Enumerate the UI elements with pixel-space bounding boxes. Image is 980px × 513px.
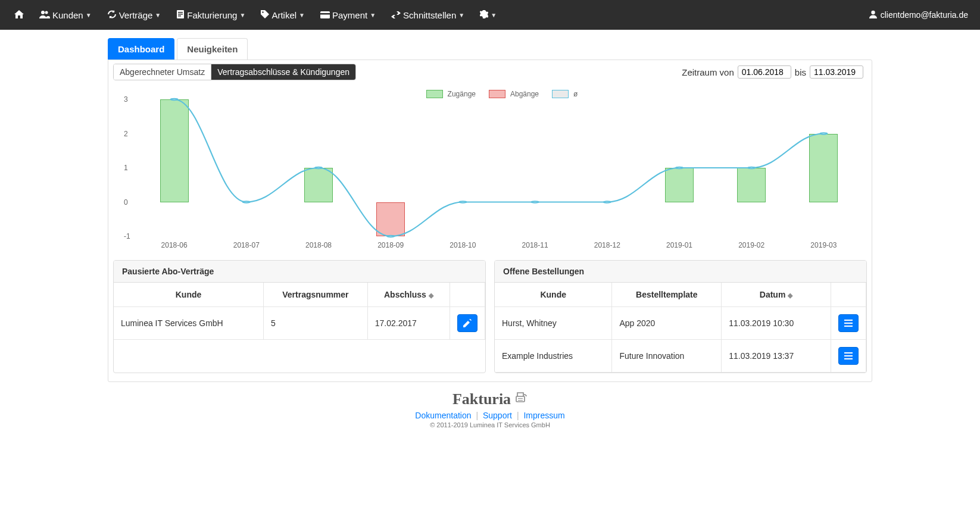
user-icon <box>869 10 877 20</box>
date-to-input[interactable] <box>810 65 863 79</box>
y-tick-label: 0 <box>124 198 128 207</box>
svg-point-9 <box>871 10 875 14</box>
svg-rect-8 <box>320 13 330 15</box>
details-button[interactable] <box>838 347 859 365</box>
nav-label: Artikel <box>271 10 297 20</box>
open-orders-card: Offene Bestellungen Kunde Bestelltemplat… <box>494 260 867 373</box>
col-kunde[interactable]: Kunde <box>114 283 264 307</box>
tab-neuigkeiten[interactable]: Neuigkeiten <box>177 38 248 60</box>
x-tick-label: 2018-12 <box>594 241 620 249</box>
footer-support-link[interactable]: Support <box>483 411 512 420</box>
svg-rect-4 <box>178 14 183 15</box>
tag-icon <box>261 10 269 20</box>
card-title: Pausierte Abo-Verträge <box>114 261 485 283</box>
chevron-down-icon: ▼ <box>491 12 497 18</box>
chart-tab-umsatz[interactable]: Abgerechneter Umsatz <box>114 64 211 80</box>
x-tick-label: 2019-03 <box>810 241 837 249</box>
main-tabs: Dashboard Neuigkeiten <box>108 38 872 60</box>
table-row: Luminea IT Services GmbH517.02.2017 <box>114 307 485 340</box>
col-actions <box>831 283 866 307</box>
col-actions <box>450 283 485 307</box>
nav-payment[interactable]: Payment ▼ <box>313 2 383 29</box>
sort-icon: ◆ <box>429 292 433 299</box>
cell-kunde: Hurst, Whitney <box>495 307 612 340</box>
chevron-down-icon: ▼ <box>458 12 464 18</box>
top-nav: Kunden ▼ Verträge ▼ Fakturierung ▼ Artik… <box>0 0 980 30</box>
cell-datum: 11.03.2019 13:37 <box>722 340 831 373</box>
svg-rect-27 <box>518 398 523 399</box>
copyright: © 2011-2019 Luminea IT Services GmbH <box>108 421 872 428</box>
cell-template: Future Innovation <box>612 340 722 373</box>
svg-point-11 <box>243 201 250 202</box>
chart-tab-vertrag[interactable]: Vertragsabschlüsse & Kündigungen <box>211 64 355 80</box>
nav-label: Kunden <box>52 10 83 20</box>
gear-icon <box>480 10 488 20</box>
nav-kunden[interactable]: Kunden ▼ <box>32 2 99 29</box>
chevron-down-icon: ▼ <box>155 12 161 18</box>
svg-point-10 <box>171 99 178 100</box>
x-tick-label: 2018-07 <box>233 241 260 249</box>
svg-point-19 <box>820 133 827 134</box>
swatch-icon <box>426 90 443 98</box>
col-template[interactable]: Bestelltemplate <box>612 283 722 307</box>
y-tick-label: -1 <box>124 232 130 240</box>
cell-kunde: Luminea IT Services GmbH <box>114 307 264 340</box>
cell-vertrag: 5 <box>264 307 368 340</box>
col-abschluss[interactable]: Abschluss◆ <box>367 283 450 307</box>
svg-rect-20 <box>844 320 853 321</box>
nav-settings[interactable]: ▼ <box>473 2 504 29</box>
svg-rect-22 <box>844 326 853 327</box>
home-icon <box>14 10 24 20</box>
x-tick-label: 2018-08 <box>305 241 332 249</box>
svg-rect-24 <box>844 355 853 356</box>
legend-avg[interactable]: ø <box>552 90 578 98</box>
svg-rect-3 <box>178 12 183 13</box>
svg-point-14 <box>459 201 466 202</box>
chevron-down-icon: ▼ <box>239 12 245 18</box>
footer-docs-link[interactable]: Dokumentation <box>415 411 471 420</box>
footer-impressum-link[interactable]: Impressum <box>523 411 564 420</box>
nav-home[interactable] <box>7 2 31 29</box>
dashboard-panel: Abgerechneter Umsatz Vertragsabschlüsse … <box>108 60 872 382</box>
refresh-icon <box>107 10 117 20</box>
nav-artikel[interactable]: Artikel ▼ <box>254 2 312 29</box>
svg-point-15 <box>532 201 539 202</box>
cell-datum: 11.03.2019 10:30 <box>722 307 831 340</box>
swatch-icon <box>489 90 505 98</box>
nav-label: Fakturierung <box>187 10 237 20</box>
edit-button[interactable] <box>457 314 477 332</box>
card-title: Offene Bestellungen <box>495 261 866 283</box>
legend-zugange[interactable]: Zugänge <box>426 90 476 98</box>
col-kunde[interactable]: Kunde <box>495 283 612 307</box>
credit-card-icon <box>320 10 330 20</box>
svg-point-0 <box>41 11 45 14</box>
nav-schnittstellen[interactable]: Schnittstellen ▼ <box>384 2 472 29</box>
sort-icon: ◆ <box>788 292 792 299</box>
invoice-icon <box>176 10 185 20</box>
paused-subscriptions-card: Pausierte Abo-Verträge Kunde Vertragsnum… <box>113 260 486 373</box>
details-button[interactable] <box>838 314 859 332</box>
user-menu[interactable]: clientdemo@fakturia.de <box>869 10 973 20</box>
legend-abgange[interactable]: Abgänge <box>489 90 539 98</box>
svg-point-12 <box>315 167 322 168</box>
x-tick-label: 2018-09 <box>377 241 404 249</box>
chevron-down-icon: ▼ <box>86 12 92 18</box>
x-tick-label: 2019-02 <box>738 241 764 249</box>
svg-rect-7 <box>320 11 330 18</box>
date-from-input[interactable] <box>738 65 791 79</box>
chevron-down-icon: ▼ <box>370 12 376 18</box>
chevron-down-icon: ▼ <box>299 12 305 18</box>
nav-vertraege[interactable]: Verträge ▼ <box>100 2 168 29</box>
table-row: Hurst, WhitneyApp 202011.03.2019 10:30 <box>495 307 866 340</box>
col-vertrag[interactable]: Vertragsnummer <box>264 283 368 307</box>
cell-kunde: Example Industries <box>495 340 612 373</box>
brand-logo: Fakturia <box>452 390 528 408</box>
users-icon <box>39 10 50 20</box>
col-datum[interactable]: Datum◆ <box>722 283 831 307</box>
nav-fakturierung[interactable]: Fakturierung ▼ <box>169 2 252 29</box>
svg-point-18 <box>748 167 755 168</box>
tab-dashboard[interactable]: Dashboard <box>108 38 174 60</box>
x-tick-label: 2018-06 <box>161 241 188 249</box>
date-range: Zeitraum von bis <box>682 65 867 79</box>
paused-table: Kunde Vertragsnummer Abschluss◆ Luminea … <box>114 283 485 340</box>
